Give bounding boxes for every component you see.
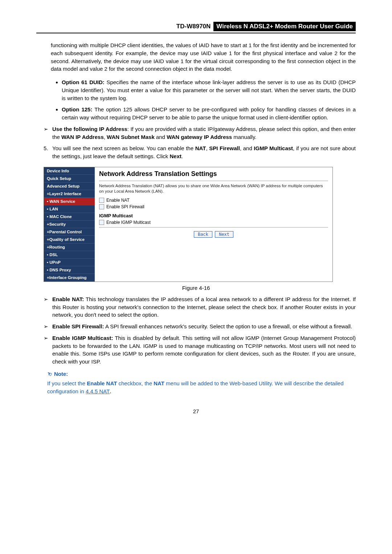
txt: You will see the next screen as below. Y…	[52, 145, 195, 151]
sidebar-item[interactable]: +Quality of Service	[44, 236, 95, 243]
checkbox-label: Enable NAT	[106, 198, 130, 203]
button-row: Back Next	[99, 231, 328, 238]
checkbox-label: Enable IGMP Multicast	[106, 220, 151, 225]
checkbox-icon[interactable]	[99, 204, 104, 209]
b: SPI Firewall	[209, 145, 240, 151]
txt: .	[181, 153, 183, 159]
page-header: TD-W8970N Wireless N ADSL2+ Modem Router…	[36, 22, 356, 33]
txt: ,	[104, 134, 107, 140]
arrow-enable-nat: ➢ Enable NAT: This technology translates…	[44, 295, 356, 319]
b: WAN IP Address	[61, 134, 104, 140]
sidebar-item[interactable]: +Layer2 Interface	[44, 190, 95, 198]
model-number: TD-W8970N	[176, 23, 213, 30]
enable-nat-checkbox[interactable]: Enable NAT	[99, 198, 328, 203]
b: IGMP Multicast	[254, 145, 293, 151]
b: Enable NAT	[87, 380, 117, 386]
back-button[interactable]: Back	[194, 231, 212, 238]
b: Next	[170, 153, 182, 159]
sidebar-item[interactable]: Device Info	[44, 167, 95, 175]
bullet-lead: Option 61 DUID:	[62, 79, 105, 85]
sidebar-item[interactable]: +Security	[44, 221, 95, 228]
main-panel: Network Address Translation Settings Net…	[95, 167, 332, 282]
divider	[99, 181, 328, 181]
checkbox-icon[interactable]	[99, 198, 104, 203]
divider	[99, 227, 328, 227]
figure-4-16: Device InfoQuick SetupAdvanced Setup+Lay…	[36, 167, 356, 282]
sidebar-item[interactable]: • UPnP	[44, 259, 95, 266]
note-label: Note:	[54, 371, 68, 377]
bullet-text: The option 125 allows DHCP server to be …	[62, 106, 356, 120]
router-screenshot: Device InfoQuick SetupAdvanced Setup+Lay…	[44, 167, 333, 282]
arrow-icon: ➢	[44, 334, 52, 366]
sidebar-item[interactable]: +Parental Control	[44, 228, 95, 236]
enable-spi-checkbox[interactable]: Enable SPI Firewall	[99, 204, 328, 209]
arrow-use-ip: ➢ Use the following IP Address: If you a…	[44, 125, 356, 141]
txt: A SPI firewall enhances network's securi…	[104, 323, 352, 329]
arrow-icon: ➢	[44, 125, 52, 141]
txt: , and	[240, 145, 254, 151]
bullet-option125: Option 125: The option 125 allows DHCP s…	[62, 106, 356, 122]
lead: Use the following IP Address	[52, 126, 127, 132]
txt: checkbox, the	[117, 380, 154, 386]
bullet-option61: Option 61 DUID: Specifies the name of th…	[62, 78, 356, 102]
option-bullets: Option 61 DUID: Specifies the name of th…	[62, 78, 356, 122]
sidebar-item[interactable]: • WAN Service	[44, 198, 95, 205]
sidebar-item[interactable]: +Routing	[44, 243, 95, 251]
note-body: If you select the Enable NAT checkbox, t…	[47, 379, 356, 395]
sidebar-item[interactable]: • DNS Proxy	[44, 266, 95, 274]
bullet-text: Specifies the name of the interface whos…	[62, 79, 356, 101]
txt: .	[110, 388, 111, 394]
arrow-icon: ➢	[44, 323, 52, 331]
lead: Enable SPI Firewall:	[52, 323, 104, 329]
txt: If you select the	[47, 380, 87, 386]
bullet-lead: Option 125:	[62, 106, 92, 112]
doc-title: Wireless N ADSL2+ Modem Router User Guid…	[213, 22, 356, 31]
sidebar-item[interactable]: Advanced Setup	[44, 182, 95, 190]
b: NAT	[154, 380, 164, 386]
arrow-icon: ➢	[44, 295, 52, 319]
b: WAN gateway IP Address	[167, 134, 232, 140]
checkbox-icon[interactable]	[99, 220, 104, 225]
txt: ,	[206, 145, 209, 151]
txt: and	[155, 134, 167, 140]
igmp-heading: IGMP Multicast	[99, 213, 328, 218]
sidebar: Device InfoQuick SetupAdvanced Setup+Lay…	[44, 167, 95, 282]
sidebar-item[interactable]: Quick Setup	[44, 175, 95, 182]
lead: Enable IGMP Multicast:	[52, 335, 113, 341]
arrow-enable-igmp: ➢ Enable IGMP Multicast: This is disable…	[44, 334, 356, 366]
figure-caption: Figure 4-16	[36, 285, 356, 291]
step-number: 5.	[44, 144, 52, 160]
nat-link[interactable]: 4.4.5 NAT	[86, 388, 110, 394]
sidebar-item[interactable]: • MAC Clone	[44, 213, 95, 221]
next-button[interactable]: Next	[215, 231, 233, 238]
panel-title: Network Address Translation Settings	[99, 170, 328, 178]
note-heading: ☞Note:	[47, 371, 356, 377]
page-number: 27	[36, 408, 356, 414]
lead: Enable NAT:	[52, 296, 84, 302]
enable-igmp-checkbox[interactable]: Enable IGMP Multicast	[99, 220, 328, 225]
step-5: 5. You will see the next screen as below…	[44, 144, 356, 160]
txt: This technology translates the IP addres…	[52, 296, 356, 318]
arrow-enable-spi: ➢ Enable SPI Firewall: A SPI firewall en…	[44, 323, 356, 331]
intro-paragraph: functioning with multiple DHCP client id…	[51, 41, 356, 73]
sidebar-item[interactable]: • DSL	[44, 251, 95, 259]
b: NAT	[195, 145, 206, 151]
checkbox-label: Enable SPI Firewall	[106, 204, 144, 209]
panel-description: Network Address Translation (NAT) allows…	[99, 183, 328, 194]
sidebar-item[interactable]: • LAN	[44, 205, 95, 213]
sidebar-item[interactable]: +Interface Grouping	[44, 274, 95, 282]
txt: manually.	[232, 134, 256, 140]
b: WAN Subnet Mask	[107, 134, 155, 140]
hand-icon: ☞	[46, 370, 53, 378]
